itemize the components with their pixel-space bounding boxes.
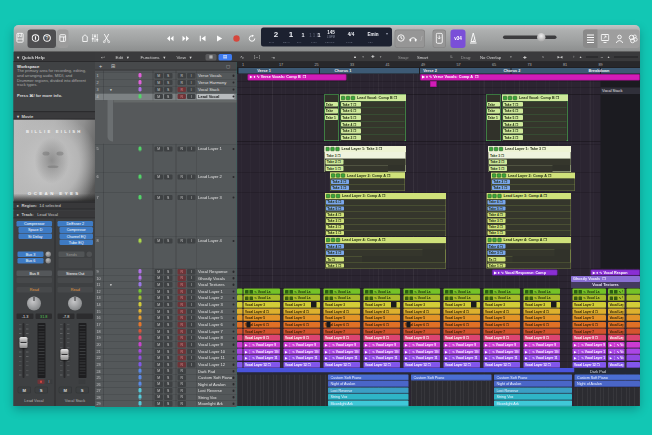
svg-text:?: ? [46, 35, 49, 41]
